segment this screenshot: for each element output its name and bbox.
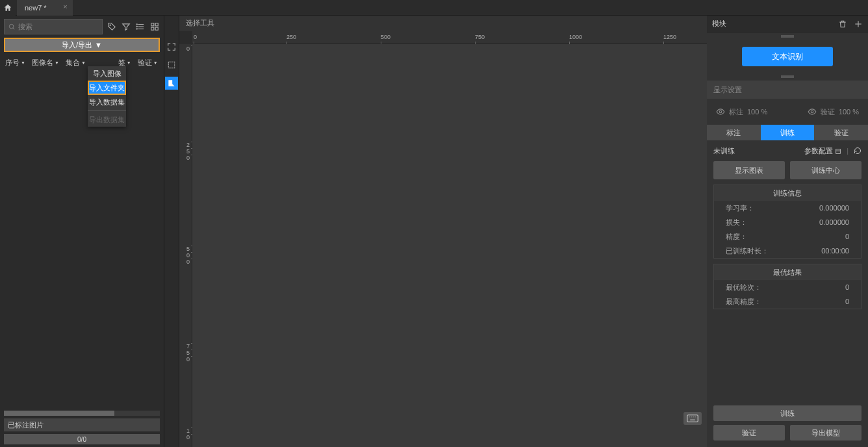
refresh-icon[interactable] — [854, 147, 862, 155]
tag-icon[interactable] — [107, 21, 117, 32]
menu-import-folder[interactable]: 导入文件夹 — [88, 81, 126, 95]
svg-point-8 — [136, 29, 137, 29]
list-icon[interactable] — [135, 21, 146, 32]
caret-down-icon: ▼ — [95, 41, 102, 49]
panel-title: 模块 — [712, 19, 726, 29]
export-model-button[interactable]: 导出模型 — [790, 425, 862, 441]
select-tool[interactable] — [165, 58, 178, 71]
visibility-validate[interactable]: 验证100 % — [808, 107, 859, 117]
train-info-card: 训练信息 学习率：0.000000 损失：0.000000 精度：0 已训练时长… — [713, 185, 862, 259]
search-input[interactable]: 搜索 — [4, 19, 103, 34]
visibility-annotate[interactable]: 标注100 % — [716, 107, 767, 117]
col-index[interactable]: 序号▼ — [3, 58, 28, 68]
train-button[interactable]: 训练 — [713, 405, 862, 421]
svg-rect-13 — [168, 62, 174, 68]
best-result-card: 最优结果 最优轮次：0 最高精度：0 — [713, 264, 862, 309]
col-name[interactable]: 图像名▼ — [29, 58, 62, 68]
right-tabs: 标注 训练 验证 — [707, 125, 868, 140]
search-placeholder: 搜索 — [18, 22, 32, 32]
grid-icon[interactable] — [149, 21, 160, 32]
home-button[interactable] — [0, 0, 16, 16]
left-sidebar: 搜索 导入/导出 ▼ 序号▼ 图像名▼ 集合▼ 签▼ 验证▼ 导入图像 导入文件… — [0, 16, 164, 447]
svg-rect-24 — [836, 149, 841, 153]
annotated-images-row[interactable]: 已标注图片 — [4, 418, 160, 431]
svg-point-22 — [719, 110, 722, 113]
validate-button[interactable]: 验证 — [713, 425, 785, 441]
horizontal-scrollbar[interactable] — [4, 411, 160, 416]
svg-rect-9 — [151, 23, 154, 26]
column-headers: 序号▼ 图像名▼ 集合▼ 签▼ 验证▼ — [0, 55, 164, 70]
svg-line-1 — [13, 27, 14, 29]
svg-point-7 — [136, 26, 137, 27]
tool-title: 选择工具 — [179, 16, 707, 31]
params-config[interactable]: 参数配置 — [804, 146, 841, 156]
keyboard-icon[interactable] — [683, 412, 702, 425]
menu-export-dataset: 导出数据集 — [88, 112, 126, 127]
ruler-horizontal: 0 250 500 750 1000 1250 — [192, 31, 707, 44]
svg-point-0 — [9, 24, 13, 28]
train-status: 未训练 — [713, 146, 735, 156]
import-export-button[interactable]: 导入/导出 ▼ — [4, 38, 160, 52]
document-tab[interactable]: new7 * × — [17, 0, 73, 16]
title-bar: new7 * × — [0, 0, 868, 16]
canvas-viewport[interactable] — [192, 44, 707, 447]
tab-annotate[interactable]: 标注 — [707, 125, 761, 140]
svg-point-23 — [811, 110, 813, 113]
svg-rect-14 — [687, 415, 698, 422]
svg-rect-10 — [155, 23, 158, 26]
import-export-menu: 导入图像 导入文件夹 导入数据集 导出数据集 — [88, 66, 126, 127]
close-icon[interactable]: × — [63, 3, 67, 10]
menu-import-dataset[interactable]: 导入数据集 — [88, 95, 126, 109]
drag-handle-icon[interactable] — [781, 35, 794, 38]
display-settings-header: 显示设置 — [707, 81, 868, 99]
menu-import-image[interactable]: 导入图像 — [88, 66, 126, 81]
col-verify[interactable]: 验证▼ — [135, 58, 160, 68]
svg-point-6 — [136, 24, 137, 25]
train-center-button[interactable]: 训练中心 — [790, 161, 862, 179]
add-icon[interactable] — [854, 19, 863, 29]
module-text-recognition[interactable]: 文本识别 — [742, 47, 833, 66]
canvas-area: 选择工具 0 250 500 750 1000 1250 0 2 5 0 5 0… — [179, 16, 707, 447]
drag-handle-icon[interactable] — [781, 75, 794, 78]
fullscreen-tool[interactable] — [165, 40, 178, 53]
trash-icon[interactable] — [838, 19, 847, 29]
show-chart-button[interactable]: 显示图表 — [713, 161, 785, 179]
svg-rect-12 — [155, 27, 158, 30]
tab-validate[interactable]: 验证 — [814, 125, 868, 140]
ruler-vertical: 0 2 5 0 5 0 0 7 5 0 1 0 — [179, 44, 192, 447]
tab-title: new7 * — [25, 4, 47, 12]
svg-point-2 — [110, 25, 110, 25]
filter-icon[interactable] — [121, 21, 131, 32]
image-count: 0/0 — [4, 434, 160, 444]
col-set[interactable]: 集合▼ — [63, 58, 88, 68]
tool-strip — [164, 16, 179, 447]
right-panel: 模块 文本识别 显示设置 标注100 % 验证100 % 标注 训练 — [707, 16, 868, 447]
svg-rect-11 — [151, 27, 154, 30]
rect-tool[interactable] — [165, 77, 178, 90]
tab-train[interactable]: 训练 — [761, 125, 815, 140]
